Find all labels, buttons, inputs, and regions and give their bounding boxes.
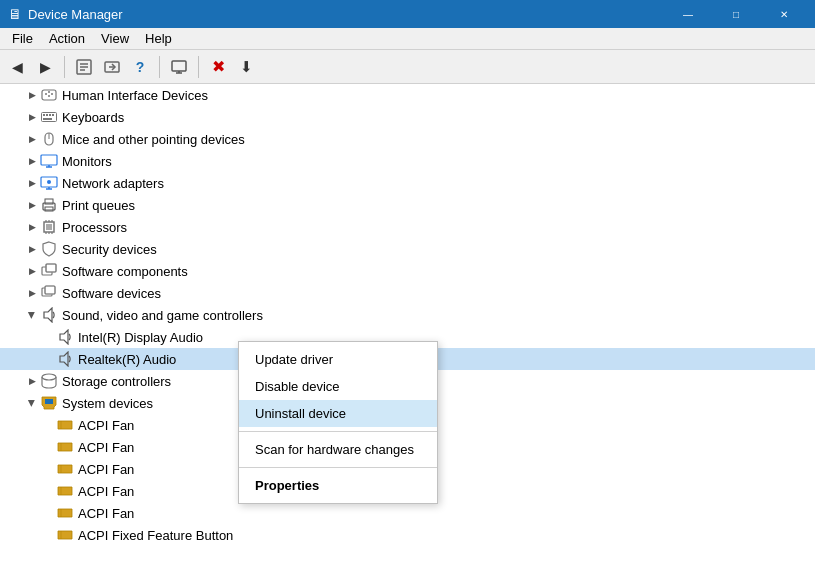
minimize-button[interactable]: — (665, 0, 711, 28)
toolbar-separator-1 (64, 56, 65, 78)
system-label: System devices (62, 396, 153, 411)
tree-item-acpi-fan-5[interactable]: ▶ ACPI Fan (0, 502, 815, 524)
window-controls: — □ ✕ (665, 0, 807, 28)
acpi-fan-3-icon (56, 461, 74, 477)
acpi-fixed-label: ACPI Fixed Feature Button (78, 528, 233, 543)
tree-arrow-software-devices: ▶ (24, 285, 40, 301)
help-button[interactable]: ? (127, 54, 153, 80)
ctx-uninstall-device-label: Uninstall device (255, 406, 346, 421)
tree-arrow-mice: ▶ (24, 131, 40, 147)
network-label: Network adapters (62, 176, 164, 191)
security-label: Security devices (62, 242, 157, 257)
properties-button[interactable] (71, 54, 97, 80)
tree-arrow-print: ▶ (24, 197, 40, 213)
tree-item-security[interactable]: ▶ Security devices (0, 238, 815, 260)
tree-arrow-software-components: ▶ (24, 263, 40, 279)
acpi-fan-2-icon (56, 439, 74, 455)
title-bar: 🖥 Device Manager — □ ✕ (0, 0, 815, 28)
svg-marker-48 (60, 352, 68, 366)
hid-label: Human Interface Devices (62, 88, 208, 103)
svg-rect-14 (42, 113, 57, 122)
tree-item-processors[interactable]: ▶ Processors (0, 216, 815, 238)
mice-label: Mice and other pointing devices (62, 132, 245, 147)
software-devices-icon (40, 285, 58, 301)
update-driver-button[interactable] (99, 54, 125, 80)
software-components-label: Software components (62, 264, 188, 279)
tree-item-software-components[interactable]: ▶ Software components (0, 260, 815, 282)
tree-arrow-processors: ▶ (24, 219, 40, 235)
ctx-update-driver-label: Update driver (255, 352, 333, 367)
monitor-button[interactable] (166, 54, 192, 80)
sound-icon (40, 307, 58, 323)
keyboard-icon (40, 109, 58, 125)
svg-rect-15 (43, 114, 45, 116)
realtek-audio-label: Realtek(R) Audio (78, 352, 176, 367)
menu-file[interactable]: File (4, 28, 41, 49)
tree-item-network[interactable]: ▶ Network adapters (0, 172, 815, 194)
menu-action[interactable]: Action (41, 28, 93, 49)
toolbar: ◀ ▶ ? ✖ ⬇ (0, 50, 815, 84)
tree-arrow-hid: ▶ (24, 87, 40, 103)
toolbar-separator-3 (198, 56, 199, 78)
software-components-icon (40, 263, 58, 279)
tree-item-acpi-fixed[interactable]: ▶ ACPI Fixed Feature Button (0, 524, 815, 546)
svg-rect-50 (45, 399, 53, 404)
svg-rect-16 (46, 114, 48, 116)
tree-item-hid[interactable]: ▶ Human Interface Devices (0, 84, 815, 106)
scan-button[interactable]: ⬇ (233, 54, 259, 80)
ctx-uninstall-device[interactable]: Uninstall device (239, 400, 437, 427)
tree-arrow-sound: ▶ (24, 307, 40, 323)
processor-icon (40, 219, 58, 235)
tree-item-keyboards[interactable]: ▶ Keyboards (0, 106, 815, 128)
svg-rect-17 (49, 114, 51, 116)
tree-item-sound[interactable]: ▶ Sound, video and game controllers (0, 304, 815, 326)
tree-arrow-security: ▶ (24, 241, 40, 257)
close-button[interactable]: ✕ (761, 0, 807, 28)
remove-button[interactable]: ✖ (205, 54, 231, 80)
ctx-scan-hardware[interactable]: Scan for hardware changes (239, 436, 437, 463)
ctx-separator-2 (239, 467, 437, 468)
tree-item-mice[interactable]: ▶ Mice and other pointing devices (0, 128, 815, 150)
svg-point-12 (51, 93, 53, 95)
intel-audio-label: Intel(R) Display Audio (78, 330, 203, 345)
processors-label: Processors (62, 220, 127, 235)
tree-arrow-keyboards: ▶ (24, 109, 40, 125)
svg-marker-47 (60, 330, 68, 344)
ctx-properties[interactable]: Properties (239, 472, 437, 499)
menu-help[interactable]: Help (137, 28, 180, 49)
ctx-separator-1 (239, 431, 437, 432)
acpi-fan-1-label: ACPI Fan (78, 418, 134, 433)
realtek-audio-icon (56, 351, 74, 367)
monitor-icon (40, 153, 58, 169)
sound-label: Sound, video and game controllers (62, 308, 263, 323)
tree-item-software-devices[interactable]: ▶ Software devices (0, 282, 815, 304)
svg-point-49 (42, 374, 56, 380)
monitors-label: Monitors (62, 154, 112, 169)
tree-item-print[interactable]: ▶ Print queues (0, 194, 815, 216)
menu-view[interactable]: View (93, 28, 137, 49)
network-icon (40, 175, 58, 191)
ctx-disable-device-label: Disable device (255, 379, 340, 394)
svg-point-10 (45, 93, 47, 95)
title-text: Device Manager (28, 7, 123, 22)
ctx-disable-device[interactable]: Disable device (239, 373, 437, 400)
intel-audio-icon (56, 329, 74, 345)
svg-rect-19 (43, 118, 52, 120)
acpi-fan-4-label: ACPI Fan (78, 484, 134, 499)
forward-button[interactable]: ▶ (32, 54, 58, 80)
ctx-properties-label: Properties (255, 478, 319, 493)
acpi-fan-1-icon (56, 417, 74, 433)
acpi-fan-4-icon (56, 483, 74, 499)
acpi-fan-5-label: ACPI Fan (78, 506, 134, 521)
svg-marker-46 (44, 308, 52, 322)
tree-item-monitors[interactable]: ▶ Monitors (0, 150, 815, 172)
back-button[interactable]: ◀ (4, 54, 30, 80)
ctx-scan-hardware-label: Scan for hardware changes (255, 442, 414, 457)
acpi-fan-3-label: ACPI Fan (78, 462, 134, 477)
tree-area: ▶ Human Interface Devices ▶ Keyboards ▶ … (0, 84, 815, 571)
tree-arrow-monitors: ▶ (24, 153, 40, 169)
printer-icon (40, 197, 58, 213)
acpi-fixed-icon (56, 527, 74, 543)
maximize-button[interactable]: □ (713, 0, 759, 28)
ctx-update-driver[interactable]: Update driver (239, 346, 437, 373)
